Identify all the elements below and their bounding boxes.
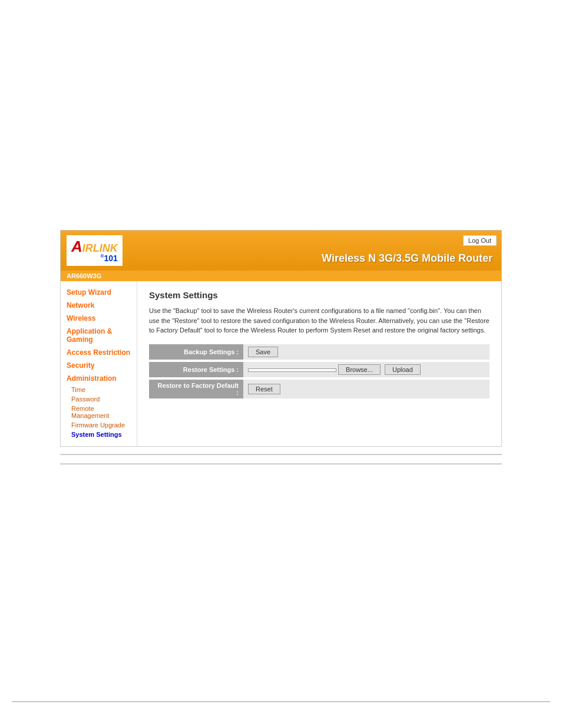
restore-label: Restore Settings :: [149, 362, 243, 377]
sidebar-subitem-password[interactable]: Password: [61, 394, 137, 404]
sidebar: Setup Wizard Network Wireless Applicatio…: [61, 281, 137, 446]
separator-1: [60, 454, 502, 455]
bottom-space: [0, 466, 562, 701]
top-space: [0, 0, 562, 230]
sidebar-subitem-time[interactable]: Time: [61, 385, 137, 394]
logo: AIRLINK ®101: [71, 239, 118, 262]
file-input-display: [248, 368, 336, 372]
settings-table: Backup Settings : Save Restore Settings …: [149, 344, 490, 398]
factory-reset-label: Restore to Factory Default :: [149, 380, 243, 398]
page-title: System Settings: [149, 290, 490, 300]
description-text: Use the "Backup" tool to save the Wirele…: [149, 306, 490, 335]
separator-2: [60, 463, 502, 465]
sidebar-item-wireless[interactable]: Wireless: [61, 312, 137, 325]
save-button[interactable]: Save: [248, 347, 278, 357]
router-ui: AIRLINK ®101 Log Out Wireless N 3G/3.5G …: [60, 230, 502, 447]
sidebar-subitem-system-settings[interactable]: System Settings: [61, 430, 137, 439]
page-wrapper: AIRLINK ®101 Log Out Wireless N 3G/3.5G …: [0, 0, 562, 728]
main-layout: Setup Wizard Network Wireless Applicatio…: [61, 281, 501, 446]
upload-button[interactable]: Upload: [385, 364, 421, 375]
factory-reset-row: Restore to Factory Default : Reset: [149, 380, 490, 398]
browse-button[interactable]: Browse...: [338, 364, 381, 375]
sidebar-item-app-gaming[interactable]: Application & Gaming: [61, 325, 137, 346]
logout-button[interactable]: Log Out: [463, 235, 497, 246]
sidebar-subitem-firmware-upgrade[interactable]: Firmware Upgrade: [61, 420, 137, 430]
logo-a-letter: A: [71, 238, 82, 255]
sidebar-item-network[interactable]: Network: [61, 299, 137, 312]
restore-row: Restore Settings : Browse... Upload: [149, 362, 490, 377]
backup-row: Backup Settings : Save: [149, 344, 490, 360]
content-area: System Settings Use the "Backup" tool to…: [137, 281, 501, 446]
logo-brand-text: AIRLINK: [71, 239, 118, 254]
logo-subtext: ®101: [71, 254, 118, 262]
header: AIRLINK ®101 Log Out Wireless N 3G/3.5G …: [61, 230, 501, 271]
router-model: AR660W3G: [67, 272, 101, 279]
router-title: Wireless N 3G/3.5G Mobile Router: [322, 252, 492, 265]
backup-label: Backup Settings :: [149, 344, 243, 360]
restore-value: Browse... Upload: [243, 362, 490, 377]
sidebar-subitem-remote-management[interactable]: Remote Management: [61, 404, 137, 420]
factory-reset-value: Reset: [243, 380, 490, 398]
model-bar: AR660W3G: [61, 271, 501, 281]
backup-value: Save: [243, 344, 490, 360]
sidebar-item-administration[interactable]: Administration: [61, 372, 137, 385]
sidebar-item-security[interactable]: Security: [61, 359, 137, 372]
logo-irlink: IRLINK: [82, 242, 118, 254]
sidebar-item-setup-wizard[interactable]: Setup Wizard: [61, 286, 137, 299]
logo-area: AIRLINK ®101: [67, 235, 123, 266]
footer-space: [0, 702, 562, 728]
sidebar-item-access-restriction[interactable]: Access Restriction: [61, 346, 137, 359]
reset-button[interactable]: Reset: [248, 384, 280, 394]
